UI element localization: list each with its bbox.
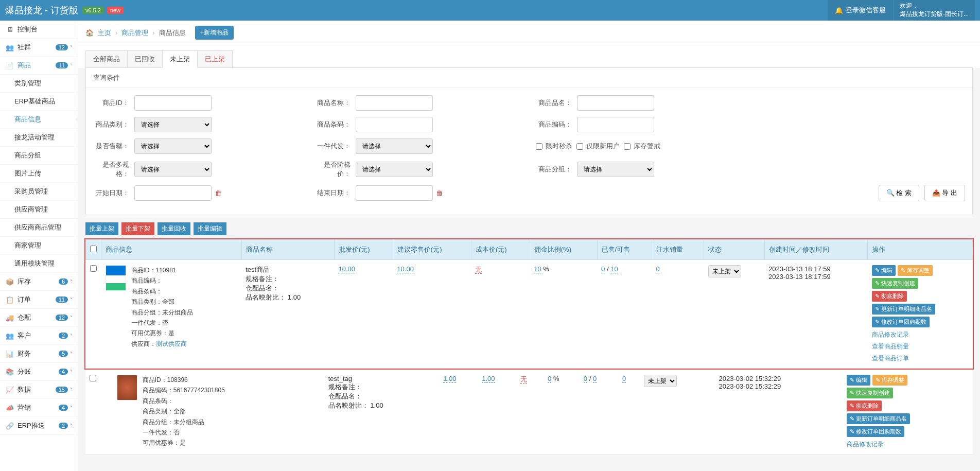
delete-button[interactable]: ✎ 彻底删除 bbox=[872, 291, 907, 302]
batch-edit-button[interactable]: 批量编辑 bbox=[194, 222, 226, 235]
flash-sale-checkbox[interactable] bbox=[536, 143, 542, 150]
sidebar-item-营销[interactable]: 📣营销4˅ bbox=[0, 399, 78, 417]
update-detail-button[interactable]: ✎ 更新订单明细商品名 bbox=[872, 304, 935, 315]
export-button[interactable]: 📤 导 出 bbox=[924, 185, 965, 201]
edit-button[interactable]: ✎ 编辑 bbox=[872, 265, 896, 276]
category-select[interactable]: 请选择 bbox=[134, 117, 212, 132]
batch-up-button[interactable]: 批量上架 bbox=[85, 222, 118, 235]
sidebar-subitem-供应商管理[interactable]: 供应商管理 bbox=[0, 201, 78, 219]
sidebar-subitem-ERP基础商品[interactable]: ERP基础商品 bbox=[0, 93, 78, 111]
tab-已上架[interactable]: 已上架 bbox=[197, 50, 233, 68]
water-sales[interactable]: 0 bbox=[656, 265, 660, 273]
sidebar-item-财务[interactable]: 📊财务5˅ bbox=[0, 345, 78, 363]
barcode-input[interactable] bbox=[356, 117, 433, 132]
breadcrumb-home[interactable]: 主页 bbox=[98, 28, 111, 38]
dropship-select[interactable]: 请选择 bbox=[356, 138, 433, 154]
sidebar-subitem-供应商商品管理[interactable]: 供应商商品管理 bbox=[0, 219, 78, 237]
row-checkbox[interactable] bbox=[90, 265, 97, 272]
sidebar-item-商品[interactable]: 📄商品11˅ bbox=[0, 57, 78, 75]
new-user-checkbox[interactable] bbox=[576, 143, 583, 150]
select-all-checkbox[interactable] bbox=[90, 246, 97, 252]
sidebar-item-数据[interactable]: 📈数据15˅ bbox=[0, 381, 78, 399]
sidebar-subitem-接龙活动管理[interactable]: 接龙活动管理 bbox=[0, 129, 78, 147]
sidebar-item-分账[interactable]: 📚分账4˅ bbox=[0, 363, 78, 381]
sidebar-item-库存[interactable]: 📦库存6˅ bbox=[0, 273, 78, 291]
clear-start-date-icon[interactable]: 🗑 bbox=[215, 189, 222, 197]
product-alias-input[interactable] bbox=[577, 95, 654, 111]
tab-全部商品[interactable]: 全部商品 bbox=[85, 50, 128, 68]
quick-copy-button[interactable]: ✎ 快速复制创建 bbox=[872, 278, 918, 289]
update-detail-button[interactable]: ✎ 更新订单明细商品名 bbox=[847, 413, 910, 424]
sidebar-item-社群[interactable]: 👥社群12˅ bbox=[0, 39, 78, 57]
commission[interactable]: 10 bbox=[534, 265, 541, 273]
sidebar-subitem-商家管理[interactable]: 商家管理 bbox=[0, 237, 78, 255]
wholesale-price[interactable]: 10.00 bbox=[338, 265, 355, 273]
avail-count[interactable]: 0 bbox=[593, 375, 597, 383]
stock-adjust-button[interactable]: ✎ 库存调整 bbox=[872, 375, 907, 386]
cost-price[interactable]: 无 bbox=[475, 266, 482, 274]
batch-down-button[interactable]: 批量下架 bbox=[121, 222, 154, 235]
retail-price[interactable]: 10.00 bbox=[397, 265, 414, 273]
batch-recycle-button[interactable]: 批量回收 bbox=[157, 222, 190, 235]
breadcrumb-l1[interactable]: 商品管理 bbox=[121, 28, 148, 38]
multispec-select[interactable]: 请选择 bbox=[134, 162, 212, 177]
sold-count[interactable]: 0 bbox=[584, 375, 587, 383]
edit-button[interactable]: ✎ 编辑 bbox=[847, 375, 870, 386]
tierprice-select[interactable]: 请选择 bbox=[356, 162, 433, 177]
group-select[interactable]: 请选择 bbox=[577, 162, 654, 177]
log-link[interactable]: 商品修改记录 bbox=[872, 330, 909, 339]
status-select[interactable]: 未上架 bbox=[644, 375, 677, 387]
clear-end-date-icon[interactable]: 🗑 bbox=[436, 189, 443, 197]
sidebar-item-客户[interactable]: 👥客户2˅ bbox=[0, 327, 78, 345]
log-link[interactable]: 商品修改记录 bbox=[847, 440, 884, 449]
sold-count[interactable]: 0 bbox=[601, 265, 605, 273]
sidebar-subitem-图片上传[interactable]: 图片上传 bbox=[0, 165, 78, 183]
sidebar-subitem-商品分组[interactable]: 商品分组 bbox=[0, 147, 78, 165]
sidebar-item-订单[interactable]: 📋订单11˅ bbox=[0, 291, 78, 309]
sidebar-subitem-商品信息[interactable]: 商品信息 bbox=[0, 111, 78, 129]
product-name-input[interactable] bbox=[356, 95, 433, 111]
chevron-down-icon: ˅ bbox=[70, 387, 73, 393]
status-select[interactable]: 未上架 bbox=[708, 265, 741, 277]
row-checkbox[interactable] bbox=[90, 375, 96, 381]
breadcrumb-current: 商品信息 bbox=[159, 28, 186, 38]
retail-price[interactable]: 1.00 bbox=[482, 375, 495, 383]
count-badge: 5 bbox=[59, 351, 68, 357]
quick-copy-button[interactable]: ✎ 快速复制创建 bbox=[847, 388, 893, 398]
orders-link[interactable]: 查看商品订单 bbox=[872, 354, 909, 363]
avail-count[interactable]: 10 bbox=[610, 265, 618, 273]
stock-adjust-button[interactable]: ✎ 库存调整 bbox=[898, 265, 933, 276]
app-title: 爆品接龙 - 订货版 bbox=[5, 4, 78, 16]
chevron-down-icon: ˅ bbox=[70, 45, 73, 50]
product-thumbnail[interactable] bbox=[106, 265, 126, 291]
supplier-link[interactable]: 测试供应商 bbox=[156, 340, 187, 347]
product-code-input[interactable] bbox=[577, 117, 654, 132]
sidebar-subitem-通用模块管理[interactable]: 通用模块管理 bbox=[0, 255, 78, 273]
wholesale-price[interactable]: 1.00 bbox=[443, 375, 456, 383]
tab-未上架[interactable]: 未上架 bbox=[162, 50, 198, 68]
water-sales[interactable]: 0 bbox=[622, 375, 626, 383]
stock-alert-checkbox[interactable] bbox=[624, 143, 631, 150]
soldout-select[interactable]: 请选择 bbox=[134, 138, 212, 154]
search-button[interactable]: 🔍 检 索 bbox=[879, 185, 919, 201]
update-period-button[interactable]: ✎ 修改订单团购期数 bbox=[847, 426, 904, 437]
sidebar-item-仓配[interactable]: 🚚仓配12˅ bbox=[0, 309, 78, 327]
sidebar-subitem-采购员管理[interactable]: 采购员管理 bbox=[0, 183, 78, 201]
delete-button[interactable]: ✎ 彻底删除 bbox=[847, 400, 882, 411]
sidebar-item-ERP推送[interactable]: 🔗ERP推送2˅ bbox=[0, 417, 78, 435]
sidebar-item-控制台[interactable]: 🖥控制台 bbox=[0, 21, 78, 39]
home-icon[interactable]: 🏠 bbox=[85, 29, 94, 37]
welcome-box[interactable]: 欢迎， 爆品接龙订货版-团长订... bbox=[893, 0, 975, 21]
wechat-cs-button[interactable]: 🔔 登录微信客服 bbox=[828, 0, 893, 21]
product-id-input[interactable] bbox=[134, 95, 212, 111]
menu-icon: 🚚 bbox=[5, 314, 14, 322]
sales-link[interactable]: 查看商品销量 bbox=[872, 342, 909, 351]
product-thumbnail[interactable] bbox=[117, 375, 137, 400]
sidebar-subitem-类别管理[interactable]: 类别管理 bbox=[0, 75, 78, 93]
add-product-button[interactable]: +新增商品 bbox=[195, 26, 234, 40]
start-date-input[interactable] bbox=[134, 185, 212, 201]
tab-已回收[interactable]: 已回收 bbox=[127, 50, 163, 68]
end-date-input[interactable] bbox=[356, 185, 433, 201]
cost-price[interactable]: 无 bbox=[520, 375, 527, 383]
update-period-button[interactable]: ✎ 修改订单团购期数 bbox=[872, 317, 930, 327]
